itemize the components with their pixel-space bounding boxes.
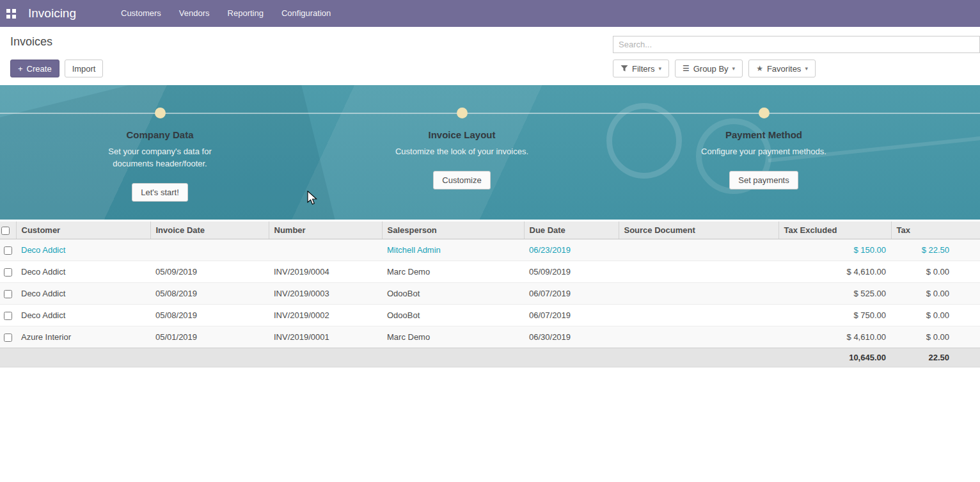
column-header-customer[interactable]: Customer [16,221,150,239]
cell-tax: $ 0.00 [891,261,980,283]
action-row: + Create Import Filters ▾ ☰ Group By ▾ ★… [0,60,980,77]
import-button[interactable]: Import [65,60,104,77]
cell-customer: Deco Addict [16,239,150,261]
step-description: Configure your payment methods. [697,145,831,157]
cell-tax-excluded: $ 4,610.00 [778,326,891,348]
control-panel: Invoices [0,27,980,53]
cell-tax: $ 0.00 [891,326,980,348]
menu-customers[interactable]: Customers [112,0,170,27]
step-title: Company Data [9,129,311,140]
set-payments-button[interactable]: Set payments [729,171,798,189]
filter-icon [620,65,628,72]
lets-start-button[interactable]: Let's start! [132,183,188,202]
step-description: Set your company's data for documents he… [93,145,227,170]
table-row[interactable]: Deco Addict 05/08/2019 INV/2019/0002 Odo… [0,305,980,326]
search-input[interactable] [613,36,980,53]
caret-down-icon: ▾ [658,65,661,72]
group-by-icon: ☰ [683,64,690,73]
step-title: Invoice Layout [311,129,613,140]
onboarding-step-company-data: Company Data Set your company's data for… [9,85,311,220]
cell-number: INV/2019/0002 [269,305,382,326]
cell-tax-excluded: $ 525.00 [778,283,891,305]
row-checkbox[interactable] [4,312,12,320]
cell-due-date: 06/07/2019 [524,283,619,305]
cell-source-document [619,261,778,283]
group-by-button[interactable]: ☰ Group By ▾ [675,60,743,77]
favorites-button[interactable]: ★ Favorites ▾ [748,60,816,77]
customize-button[interactable]: Customize [433,171,490,189]
cell-number [269,239,382,261]
table-totals-row: 10,645.00 22.50 [0,348,980,367]
cell-number: INV/2019/0004 [269,261,382,283]
cell-tax: $ 22.50 [891,239,980,261]
menu-vendors[interactable]: Vendors [170,0,219,27]
cell-customer: Deco Addict [16,283,150,305]
cell-tax-excluded: $ 750.00 [778,305,891,326]
apps-menu-icon[interactable] [0,0,22,27]
cell-invoice-date: 05/08/2019 [150,305,269,326]
total-tax: 22.50 [891,348,980,367]
table-row[interactable]: Deco Addict 05/09/2019 INV/2019/0004 Mar… [0,261,980,283]
cell-salesperson: Marc Demo [382,261,524,283]
table-row[interactable]: Deco Addict 05/08/2019 INV/2019/0003 Odo… [0,283,980,305]
onboarding-step-payment-method: Payment Method Configure your payment me… [613,85,915,220]
total-tax-excluded: 10,645.00 [778,348,891,367]
filters-button[interactable]: Filters ▾ [613,60,669,77]
row-checkbox[interactable] [4,268,12,277]
caret-down-icon: ▾ [732,65,736,72]
step-dot [155,108,166,118]
row-checkbox[interactable] [4,290,12,298]
cell-source-document [619,326,778,348]
app-title[interactable]: Invoicing [28,6,76,20]
page-title: Invoices [10,35,52,48]
caret-down-icon: ▾ [805,65,808,72]
column-header-number[interactable]: Number [269,221,382,239]
cell-due-date: 06/30/2019 [524,326,619,348]
cell-salesperson: OdooBot [382,283,524,305]
cell-invoice-date: 05/08/2019 [150,283,269,305]
row-checkbox[interactable] [4,246,12,255]
step-title: Payment Method [613,129,915,140]
row-checkbox[interactable] [4,333,12,342]
column-header-tax-excluded[interactable]: Tax Excluded [778,221,891,239]
cell-customer: Deco Addict [16,261,150,283]
cell-salesperson: Mitchell Admin [382,239,524,261]
cell-source-document [619,239,778,261]
cell-salesperson: Marc Demo [382,326,524,348]
cell-due-date: 06/23/2019 [524,239,619,261]
cell-invoice-date [150,239,269,261]
table-row[interactable]: Deco Addict Mitchell Admin 06/23/2019 $ … [0,239,980,261]
cell-due-date: 06/07/2019 [524,305,619,326]
create-button[interactable]: + Create [10,60,59,77]
onboarding-banner: Company Data Set your company's data for… [0,85,980,220]
star-icon: ★ [756,64,763,73]
cell-tax-excluded: $ 4,610.00 [778,261,891,283]
menu-reporting[interactable]: Reporting [219,0,273,27]
cell-tax: $ 0.00 [891,305,980,326]
column-header-salesperson[interactable]: Salesperson [382,221,524,239]
cell-source-document [619,283,778,305]
menu-configuration[interactable]: Configuration [273,0,340,27]
column-header-invoice-date[interactable]: Invoice Date [150,221,269,239]
step-dot [759,108,770,118]
column-header-tax[interactable]: Tax [891,221,980,239]
cell-tax-excluded: $ 150.00 [778,239,891,261]
invoice-list: Customer Invoice Date Number Salesperson… [0,221,980,367]
cell-number: INV/2019/0001 [269,326,382,348]
cell-invoice-date: 05/01/2019 [150,326,269,348]
cell-source-document [619,305,778,326]
cell-customer: Azure Interior [16,326,150,348]
column-header-due-date[interactable]: Due Date [524,221,619,239]
table-header-row: Customer Invoice Date Number Salesperson… [0,221,980,239]
cell-tax: $ 0.00 [891,283,980,305]
onboarding-step-invoice-layout: Invoice Layout Customize the look of you… [311,85,613,220]
cell-invoice-date: 05/09/2019 [150,261,269,283]
step-dot [457,108,468,118]
select-all-checkbox[interactable] [1,227,10,235]
cell-customer: Deco Addict [16,305,150,326]
step-description: Customize the look of your invoices. [395,145,529,157]
plus-icon: + [18,64,23,74]
table-row[interactable]: Azure Interior 05/01/2019 INV/2019/0001 … [0,326,980,348]
column-header-source-document[interactable]: Source Document [619,221,778,239]
cell-salesperson: OdooBot [382,305,524,326]
